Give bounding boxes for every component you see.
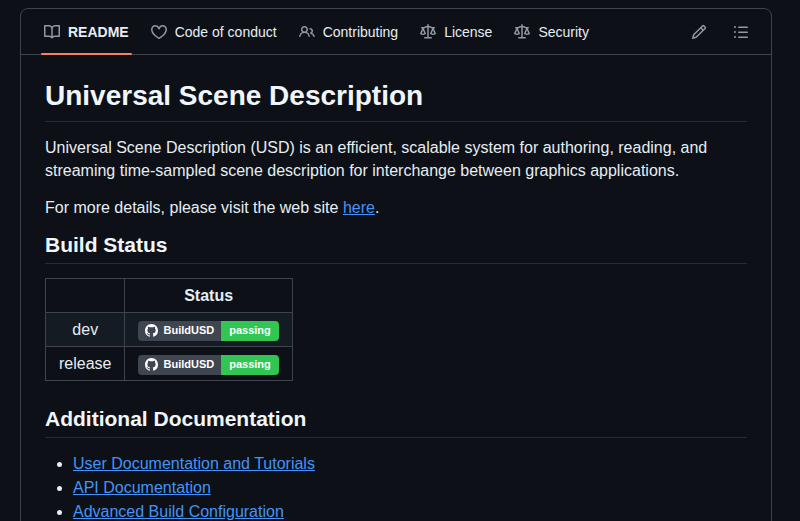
tab-label: License — [444, 24, 492, 40]
book-icon — [44, 24, 60, 40]
tab-label: Code of conduct — [175, 24, 277, 40]
tab-label: Security — [538, 24, 589, 40]
badge-label: BuildUSD — [163, 355, 214, 375]
list-item: Advanced Build Configuration — [73, 500, 747, 521]
pencil-icon — [691, 24, 707, 40]
tab-security[interactable]: Security — [505, 9, 598, 54]
branch-name-cell: dev — [46, 313, 125, 347]
status-header-cell: Status — [125, 279, 292, 313]
more-details-suffix: . — [375, 199, 379, 216]
table-row: release BuildUSD passing — [46, 347, 293, 381]
build-badge[interactable]: BuildUSD passing — [138, 321, 278, 341]
build-status-heading: Build Status — [45, 233, 747, 264]
tab-contributing[interactable]: Contributing — [290, 9, 408, 54]
build-status-table: Status dev BuildUSD p — [45, 278, 293, 381]
readme-article: Universal Scene Description Universal Sc… — [21, 55, 771, 521]
tab-readme[interactable]: README — [35, 9, 138, 54]
code-of-conduct-icon — [151, 24, 167, 40]
more-details-prefix: For more details, please visit the web s… — [45, 199, 343, 216]
list-item: User Documentation and Tutorials — [73, 452, 747, 476]
list-item: API Documentation — [73, 476, 747, 500]
badge-status: passing — [221, 355, 279, 375]
website-link[interactable]: here — [343, 199, 375, 216]
doc-link-api-documentation[interactable]: API Documentation — [73, 479, 211, 496]
badge-status: passing — [221, 321, 279, 341]
doc-link-advanced-build-configuration[interactable]: Advanced Build Configuration — [73, 503, 284, 520]
file-tabbar: README Code of conduct Contributing Lice… — [21, 9, 771, 55]
table-header-row: Status — [46, 279, 293, 313]
empty-header-cell — [46, 279, 125, 313]
law-icon — [514, 24, 530, 40]
additional-docs-heading: Additional Documentation — [45, 407, 747, 438]
doc-link-user-documentation[interactable]: User Documentation and Tutorials — [73, 455, 315, 472]
tab-code-of-conduct[interactable]: Code of conduct — [142, 9, 286, 54]
branch-name-cell: release — [46, 347, 125, 381]
tab-license[interactable]: License — [411, 9, 501, 54]
list-unordered-icon — [733, 24, 749, 40]
badge-cell: BuildUSD passing — [125, 313, 292, 347]
github-mark-icon — [145, 324, 158, 337]
tabbar-actions — [691, 24, 757, 40]
edit-button[interactable] — [691, 24, 707, 40]
people-icon — [299, 24, 315, 40]
badge-label: BuildUSD — [163, 321, 214, 341]
intro-paragraph: Universal Scene Description (USD) is an … — [45, 136, 747, 182]
table-row: dev BuildUSD passing — [46, 313, 293, 347]
more-details-paragraph: For more details, please visit the web s… — [45, 196, 747, 219]
page-title: Universal Scene Description — [45, 81, 747, 122]
tab-label: Contributing — [323, 24, 399, 40]
readme-card: README Code of conduct Contributing Lice… — [20, 8, 772, 521]
law-icon — [420, 24, 436, 40]
doc-list: User Documentation and Tutorials API Doc… — [45, 452, 747, 521]
tab-label: README — [68, 24, 129, 40]
outline-button[interactable] — [733, 24, 749, 40]
github-mark-icon — [145, 358, 158, 371]
build-badge[interactable]: BuildUSD passing — [138, 355, 278, 375]
badge-cell: BuildUSD passing — [125, 347, 292, 381]
